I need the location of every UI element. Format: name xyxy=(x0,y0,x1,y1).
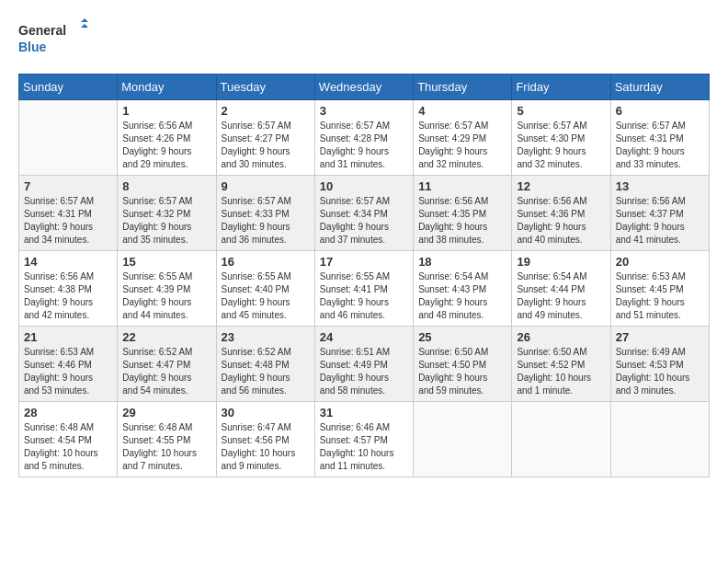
calendar-day-cell: 22Sunrise: 6:52 AMSunset: 4:47 PMDayligh… xyxy=(118,327,216,402)
day-number: 22 xyxy=(122,330,210,344)
day-of-week-header: Tuesday xyxy=(216,75,314,100)
day-number: 28 xyxy=(24,406,112,419)
day-info: Sunrise: 6:53 AMSunset: 4:46 PMDaylight:… xyxy=(24,346,112,397)
calendar-week-row: 1Sunrise: 6:56 AMSunset: 4:26 PMDaylight… xyxy=(19,100,710,176)
calendar-day-cell: 12Sunrise: 6:56 AMSunset: 4:36 PMDayligh… xyxy=(512,176,610,251)
day-number: 11 xyxy=(418,179,506,193)
calendar-week-row: 7Sunrise: 6:57 AMSunset: 4:31 PMDaylight… xyxy=(19,176,710,251)
day-info: Sunrise: 6:47 AMSunset: 4:56 PMDaylight:… xyxy=(222,421,310,473)
calendar-day-cell: 20Sunrise: 6:53 AMSunset: 4:45 PMDayligh… xyxy=(610,251,709,327)
day-number: 5 xyxy=(517,104,605,118)
day-info: Sunrise: 6:57 AMSunset: 4:30 PMDaylight:… xyxy=(517,120,605,171)
day-number: 1 xyxy=(122,104,210,118)
day-number: 6 xyxy=(616,104,704,118)
day-info: Sunrise: 6:56 AMSunset: 4:35 PMDaylight:… xyxy=(418,195,506,247)
svg-marker-3 xyxy=(81,24,88,28)
day-of-week-header: Wednesday xyxy=(314,75,413,100)
calendar-day-cell xyxy=(512,402,610,477)
day-number: 19 xyxy=(517,255,605,269)
day-number: 2 xyxy=(222,104,310,118)
day-info: Sunrise: 6:48 AMSunset: 4:54 PMDaylight:… xyxy=(24,421,112,473)
day-info: Sunrise: 6:57 AMSunset: 4:32 PMDaylight:… xyxy=(122,195,210,247)
day-info: Sunrise: 6:53 AMSunset: 4:45 PMDaylight:… xyxy=(616,270,704,322)
day-info: Sunrise: 6:57 AMSunset: 4:34 PMDaylight:… xyxy=(320,195,408,247)
day-number: 17 xyxy=(320,255,408,269)
logo-svg: General Blue xyxy=(18,18,92,59)
day-number: 23 xyxy=(222,330,310,344)
calendar-week-row: 21Sunrise: 6:53 AMSunset: 4:46 PMDayligh… xyxy=(19,327,710,402)
calendar-table: SundayMondayTuesdayWednesdayThursdayFrid… xyxy=(18,74,710,477)
calendar-day-cell: 8Sunrise: 6:57 AMSunset: 4:32 PMDaylight… xyxy=(118,176,216,251)
calendar-day-cell: 19Sunrise: 6:54 AMSunset: 4:44 PMDayligh… xyxy=(512,251,610,327)
day-number: 27 xyxy=(616,330,704,344)
day-of-week-header: Friday xyxy=(512,75,610,100)
day-info: Sunrise: 6:56 AMSunset: 4:36 PMDaylight:… xyxy=(517,195,605,247)
day-number: 9 xyxy=(222,179,310,193)
calendar-day-cell: 10Sunrise: 6:57 AMSunset: 4:34 PMDayligh… xyxy=(314,176,413,251)
calendar-day-cell: 26Sunrise: 6:50 AMSunset: 4:52 PMDayligh… xyxy=(512,327,610,402)
calendar-day-cell: 25Sunrise: 6:50 AMSunset: 4:50 PMDayligh… xyxy=(414,327,512,402)
day-of-week-header: Saturday xyxy=(610,75,709,100)
calendar-day-cell: 9Sunrise: 6:57 AMSunset: 4:33 PMDaylight… xyxy=(216,176,314,251)
calendar-day-cell: 4Sunrise: 6:57 AMSunset: 4:29 PMDaylight… xyxy=(414,100,512,176)
day-info: Sunrise: 6:54 AMSunset: 4:43 PMDaylight:… xyxy=(418,270,506,322)
day-info: Sunrise: 6:55 AMSunset: 4:41 PMDaylight:… xyxy=(320,270,408,322)
day-info: Sunrise: 6:50 AMSunset: 4:52 PMDaylight:… xyxy=(517,346,605,397)
day-info: Sunrise: 6:57 AMSunset: 4:31 PMDaylight:… xyxy=(24,195,112,247)
page-header: General Blue xyxy=(18,18,710,59)
day-info: Sunrise: 6:57 AMSunset: 4:31 PMDaylight:… xyxy=(616,120,704,171)
day-info: Sunrise: 6:56 AMSunset: 4:37 PMDaylight:… xyxy=(616,195,704,247)
calendar-day-cell: 21Sunrise: 6:53 AMSunset: 4:46 PMDayligh… xyxy=(19,327,118,402)
calendar-day-cell: 28Sunrise: 6:48 AMSunset: 4:54 PMDayligh… xyxy=(19,402,118,477)
calendar-day-cell xyxy=(610,402,709,477)
calendar-day-cell: 29Sunrise: 6:48 AMSunset: 4:55 PMDayligh… xyxy=(118,402,216,477)
calendar-day-cell: 18Sunrise: 6:54 AMSunset: 4:43 PMDayligh… xyxy=(414,251,512,327)
calendar-day-cell: 3Sunrise: 6:57 AMSunset: 4:28 PMDaylight… xyxy=(314,100,413,176)
day-info: Sunrise: 6:48 AMSunset: 4:55 PMDaylight:… xyxy=(122,421,210,473)
calendar-day-cell: 1Sunrise: 6:56 AMSunset: 4:26 PMDaylight… xyxy=(118,100,216,176)
calendar-day-cell: 30Sunrise: 6:47 AMSunset: 4:56 PMDayligh… xyxy=(216,402,314,477)
calendar-day-cell: 31Sunrise: 6:46 AMSunset: 4:57 PMDayligh… xyxy=(314,402,413,477)
day-of-week-header: Thursday xyxy=(414,75,512,100)
day-number: 25 xyxy=(418,330,506,344)
day-number: 7 xyxy=(24,179,112,193)
day-number: 31 xyxy=(320,406,408,419)
day-number: 12 xyxy=(517,179,605,193)
calendar-week-row: 28Sunrise: 6:48 AMSunset: 4:54 PMDayligh… xyxy=(19,402,710,477)
calendar-day-cell: 24Sunrise: 6:51 AMSunset: 4:49 PMDayligh… xyxy=(314,327,413,402)
day-info: Sunrise: 6:55 AMSunset: 4:39 PMDaylight:… xyxy=(122,270,210,322)
day-number: 14 xyxy=(24,255,112,269)
calendar-day-cell: 5Sunrise: 6:57 AMSunset: 4:30 PMDaylight… xyxy=(512,100,610,176)
day-info: Sunrise: 6:51 AMSunset: 4:49 PMDaylight:… xyxy=(320,346,408,397)
day-number: 29 xyxy=(122,406,210,419)
calendar-day-cell: 2Sunrise: 6:57 AMSunset: 4:27 PMDaylight… xyxy=(216,100,314,176)
calendar-day-cell: 6Sunrise: 6:57 AMSunset: 4:31 PMDaylight… xyxy=(610,100,709,176)
logo: General Blue xyxy=(18,18,92,59)
calendar-day-cell: 11Sunrise: 6:56 AMSunset: 4:35 PMDayligh… xyxy=(414,176,512,251)
day-number: 4 xyxy=(418,104,506,118)
day-info: Sunrise: 6:57 AMSunset: 4:27 PMDaylight:… xyxy=(222,120,310,171)
calendar-day-cell: 15Sunrise: 6:55 AMSunset: 4:39 PMDayligh… xyxy=(118,251,216,327)
calendar-day-cell: 16Sunrise: 6:55 AMSunset: 4:40 PMDayligh… xyxy=(216,251,314,327)
day-info: Sunrise: 6:56 AMSunset: 4:38 PMDaylight:… xyxy=(24,270,112,322)
calendar-week-row: 14Sunrise: 6:56 AMSunset: 4:38 PMDayligh… xyxy=(19,251,710,327)
calendar-day-cell xyxy=(414,402,512,477)
day-info: Sunrise: 6:52 AMSunset: 4:47 PMDaylight:… xyxy=(122,346,210,397)
calendar-day-cell: 14Sunrise: 6:56 AMSunset: 4:38 PMDayligh… xyxy=(19,251,118,327)
day-info: Sunrise: 6:56 AMSunset: 4:26 PMDaylight:… xyxy=(122,120,210,171)
day-info: Sunrise: 6:55 AMSunset: 4:40 PMDaylight:… xyxy=(222,270,310,322)
day-info: Sunrise: 6:50 AMSunset: 4:50 PMDaylight:… xyxy=(418,346,506,397)
day-number: 16 xyxy=(222,255,310,269)
svg-marker-2 xyxy=(81,18,88,22)
day-number: 10 xyxy=(320,179,408,193)
calendar-header-row: SundayMondayTuesdayWednesdayThursdayFrid… xyxy=(19,75,710,100)
day-info: Sunrise: 6:49 AMSunset: 4:53 PMDaylight:… xyxy=(616,346,704,397)
day-number: 20 xyxy=(616,255,704,269)
day-info: Sunrise: 6:54 AMSunset: 4:44 PMDaylight:… xyxy=(517,270,605,322)
calendar-day-cell: 13Sunrise: 6:56 AMSunset: 4:37 PMDayligh… xyxy=(610,176,709,251)
day-of-week-header: Sunday xyxy=(19,75,118,100)
day-number: 15 xyxy=(122,255,210,269)
day-info: Sunrise: 6:46 AMSunset: 4:57 PMDaylight:… xyxy=(320,421,408,473)
day-info: Sunrise: 6:57 AMSunset: 4:33 PMDaylight:… xyxy=(222,195,310,247)
day-number: 8 xyxy=(122,179,210,193)
